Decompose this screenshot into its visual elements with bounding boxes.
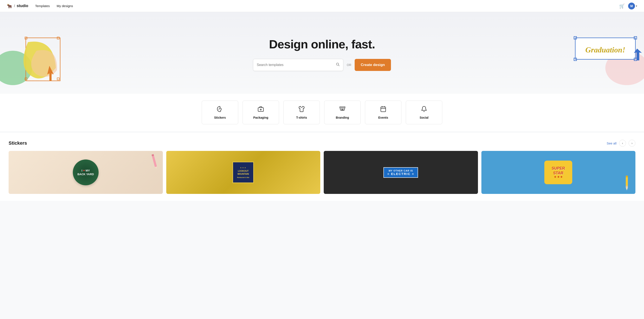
section-header: Stickers See all ‹ › xyxy=(8,140,636,147)
svg-marker-6 xyxy=(47,66,54,81)
logo-slash: / xyxy=(14,4,15,8)
svg-rect-5 xyxy=(57,78,59,80)
stickers-icon xyxy=(217,106,223,114)
cart-icon[interactable]: 🛒 xyxy=(619,4,625,9)
svg-point-0 xyxy=(0,51,32,85)
logo[interactable]: 🐂 / studio xyxy=(7,4,28,9)
svg-marker-14 xyxy=(634,49,642,60)
branding-icon xyxy=(339,106,346,114)
tshirt-icon xyxy=(298,106,305,114)
svg-rect-8 xyxy=(575,38,636,59)
section-title: Stickers xyxy=(8,140,27,146)
svg-rect-12 xyxy=(634,58,637,61)
avatar: M xyxy=(628,3,635,10)
sticker-card-3[interactable]: MY OTHER CAR IS ≡ ELECTRIC ≡ xyxy=(324,151,478,194)
events-icon xyxy=(380,106,386,114)
deco-right: Graduation! xyxy=(562,21,644,89)
logo-text: studio xyxy=(16,4,28,8)
tshirts-label: T-shirts xyxy=(296,116,307,119)
sticker-4-content: SUPER STAR ★ ★ ★ xyxy=(544,161,572,184)
svg-point-7 xyxy=(605,51,644,85)
svg-line-16 xyxy=(338,65,340,66)
user-menu[interactable]: M ▾ xyxy=(628,3,637,10)
nav-link-templates[interactable]: Templates xyxy=(35,4,50,8)
nav-right: 🛒 M ▾ xyxy=(619,3,637,10)
sticker-grid: I ♥ MY BACK YARD ▲▲▲ LOOKOUT MOUNTA xyxy=(8,151,636,194)
social-icon xyxy=(421,106,427,114)
section-controls: See all ‹ › xyxy=(606,140,636,147)
category-stickers[interactable]: Stickers xyxy=(202,101,238,124)
categories-row: Stickers Packaging T-shirts xyxy=(0,94,644,131)
svg-rect-10 xyxy=(634,37,637,39)
category-social[interactable]: Social xyxy=(406,101,442,124)
svg-rect-3 xyxy=(57,37,59,39)
deco-left xyxy=(0,25,64,89)
see-all-link[interactable]: See all xyxy=(606,141,616,145)
events-label: Events xyxy=(378,116,388,119)
svg-rect-1 xyxy=(26,38,60,81)
nav-left: 🐂 / studio Templates My designs xyxy=(7,4,73,9)
packaging-label: Packaging xyxy=(253,116,268,119)
svg-rect-26 xyxy=(626,176,628,187)
stickers-label: Stickers xyxy=(214,116,226,119)
svg-rect-27 xyxy=(626,176,628,177)
svg-rect-11 xyxy=(574,58,576,61)
hero-section: Graduation! Design online, fast. OR Crea… xyxy=(0,12,644,94)
search-row: OR Create design xyxy=(253,59,391,71)
search-input[interactable] xyxy=(257,63,336,67)
nav-link-my-designs[interactable]: My designs xyxy=(57,4,73,8)
or-label: OR xyxy=(347,63,351,67)
svg-marker-28 xyxy=(626,187,628,190)
svg-rect-4 xyxy=(25,78,27,80)
hero-title: Design online, fast. xyxy=(269,37,375,51)
create-design-button[interactable]: Create design xyxy=(355,59,391,71)
svg-rect-19 xyxy=(381,107,386,112)
svg-rect-9 xyxy=(574,37,576,39)
sticker-2-content: ▲▲▲ LOOKOUT MOUNTAIN Restaurant & Bar xyxy=(232,162,254,183)
stickers-section: Stickers See all ‹ › I ♥ MY BACK YARD xyxy=(0,133,644,201)
svg-text:Graduation!: Graduation! xyxy=(585,46,625,54)
sticker-3-content: MY OTHER CAR IS ≡ ELECTRIC ≡ xyxy=(384,167,418,178)
sticker-card-1[interactable]: I ♥ MY BACK YARD xyxy=(8,151,163,194)
svg-rect-2 xyxy=(25,37,27,39)
branding-label: Branding xyxy=(336,116,349,119)
category-events[interactable]: Events xyxy=(365,101,402,124)
category-tshirts[interactable]: T-shirts xyxy=(283,101,320,124)
svg-rect-29 xyxy=(626,186,628,187)
chevron-down-icon: ▾ xyxy=(636,5,637,8)
sticker-1-content: I ♥ MY BACK YARD xyxy=(73,160,98,185)
category-branding[interactable]: Branding xyxy=(324,101,361,124)
social-label: Social xyxy=(420,116,428,119)
search-box xyxy=(253,59,343,71)
prev-arrow-button[interactable]: ‹ xyxy=(619,140,626,147)
next-arrow-button[interactable]: › xyxy=(628,140,636,147)
category-packaging[interactable]: Packaging xyxy=(242,101,279,124)
sticker-card-4[interactable]: SUPER STAR ★ ★ ★ xyxy=(482,151,636,194)
navbar: 🐂 / studio Templates My designs 🛒 M ▾ xyxy=(0,0,644,12)
search-button[interactable] xyxy=(336,62,340,67)
logo-bull-icon: 🐂 xyxy=(7,4,12,9)
packaging-icon xyxy=(258,106,264,114)
sticker-card-2[interactable]: ▲▲▲ LOOKOUT MOUNTAIN Restaurant & Bar xyxy=(166,151,320,194)
